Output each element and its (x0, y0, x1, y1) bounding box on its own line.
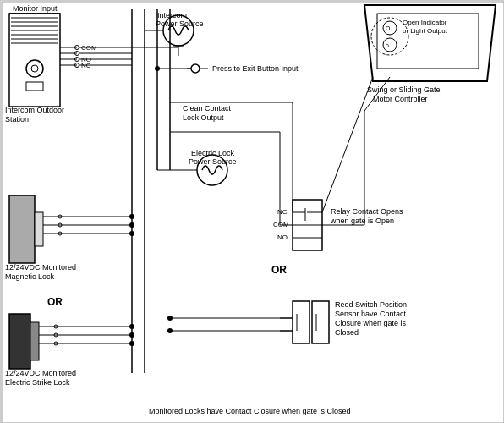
svg-text:Clean Contact: Clean Contact (183, 104, 232, 113)
svg-text:12/24VDC Monitored: 12/24VDC Monitored (5, 263, 76, 272)
svg-text:Intercom Outdoor: Intercom Outdoor (5, 106, 64, 114)
svg-text:Closed: Closed (335, 328, 359, 337)
svg-text:Sensor have Contact: Sensor have Contact (335, 310, 407, 318)
svg-rect-66 (30, 322, 39, 360)
svg-text:Press to Exit Button Input: Press to Exit Button Input (212, 64, 299, 73)
svg-text:when gate is Open: when gate is Open (330, 217, 394, 225)
svg-text:Electric Strike Lock: Electric Strike Lock (5, 378, 70, 387)
svg-point-48 (155, 66, 160, 71)
svg-text:or Light Output: or Light Output (403, 27, 448, 35)
svg-text:Closure when gate is: Closure when gate is (335, 319, 407, 327)
svg-text:Lock Output: Lock Output (183, 113, 224, 122)
svg-text:Intercom: Intercom (157, 11, 187, 19)
svg-point-122 (129, 222, 134, 228)
wiring-diagram: Monitor Input COM NO NC Intercom Outdoor… (0, 0, 504, 423)
svg-text:O: O (386, 25, 391, 31)
svg-text:Electric Lock: Electric Lock (191, 149, 235, 157)
svg-text:OR: OR (47, 296, 63, 308)
svg-text:Monitored Locks have Contact C: Monitored Locks have Contact Closure whe… (149, 407, 351, 415)
svg-text:Power Source: Power Source (189, 157, 237, 166)
svg-point-127 (129, 324, 134, 329)
svg-text:Motor Controller: Motor Controller (373, 95, 428, 103)
svg-text:Monitor Input: Monitor Input (13, 4, 58, 13)
svg-point-129 (129, 341, 134, 346)
svg-text:Magnetic Lock: Magnetic Lock (5, 272, 55, 281)
svg-point-128 (129, 332, 134, 338)
svg-text:NO: NO (277, 233, 288, 241)
svg-text:Open Indicator: Open Indicator (403, 19, 447, 26)
svg-point-134 (167, 316, 173, 321)
svg-text:Station: Station (5, 115, 29, 124)
svg-text:OR: OR (271, 264, 287, 276)
svg-text:NC: NC (277, 208, 288, 216)
svg-text:Power Source: Power Source (156, 19, 204, 28)
svg-text:12/24VDC Monitored: 12/24VDC Monitored (5, 369, 76, 377)
svg-rect-54 (9, 195, 35, 263)
svg-text:Reed Switch Position: Reed Switch Position (335, 300, 407, 309)
svg-rect-55 (35, 212, 43, 246)
svg-point-135 (167, 328, 173, 333)
svg-point-123 (129, 231, 134, 236)
svg-text:o: o (386, 42, 389, 48)
svg-point-121 (129, 214, 134, 219)
svg-rect-65 (9, 314, 30, 369)
svg-text:Relay Contact Opens: Relay Contact Opens (331, 207, 403, 216)
